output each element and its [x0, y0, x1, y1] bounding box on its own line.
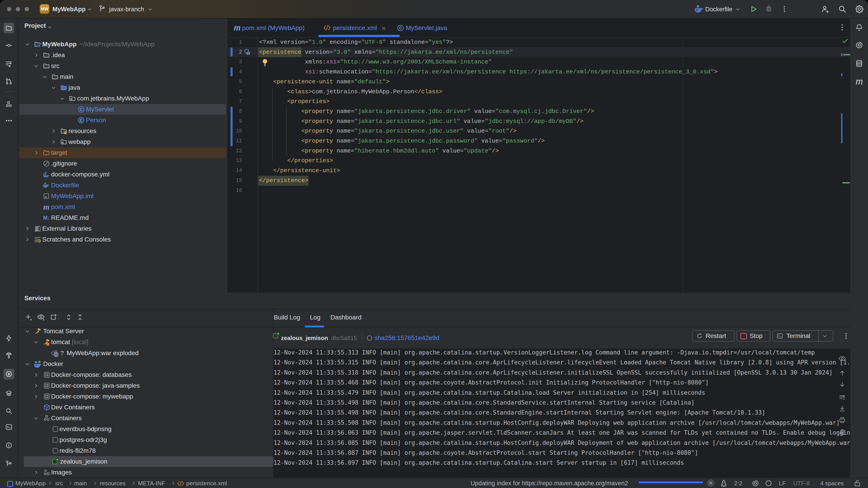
svg-text:C: C — [80, 107, 83, 111]
svg-text:C: C — [399, 26, 402, 30]
svg-text:C: C — [80, 118, 83, 123]
